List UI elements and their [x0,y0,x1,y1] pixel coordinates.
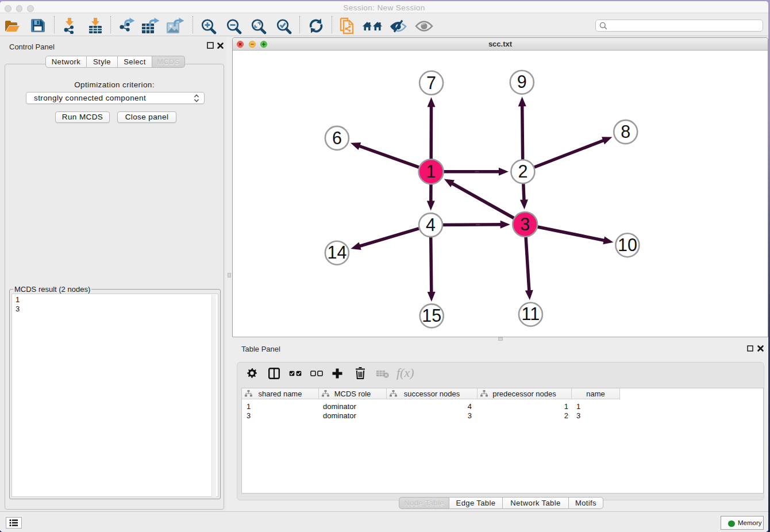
svg-text:3: 3 [520,214,530,234]
svg-text:6: 6 [332,128,342,148]
svg-text:9: 9 [517,72,527,91]
svg-text:10: 10 [618,235,637,255]
svg-text:14: 14 [327,242,346,262]
svg-text:1: 1 [426,161,436,181]
svg-text:7: 7 [426,73,436,92]
svg-text:2: 2 [518,161,528,181]
svg-text:4: 4 [426,215,436,234]
svg-text:15: 15 [422,306,441,325]
svg-text:11: 11 [522,304,540,323]
svg-text:8: 8 [621,122,630,141]
